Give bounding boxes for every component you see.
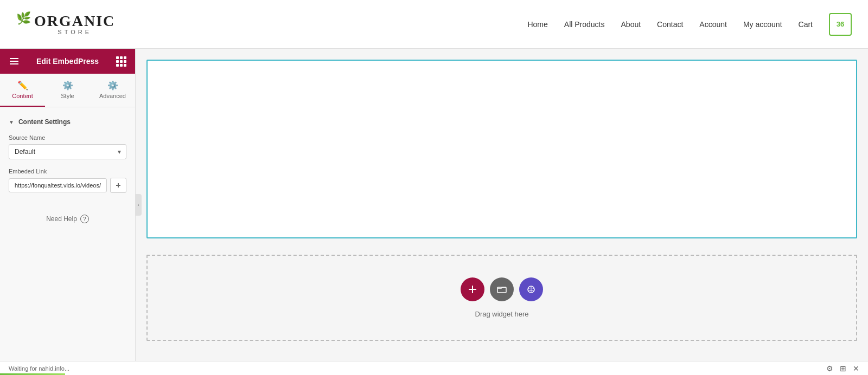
grid-apps-icon[interactable] [116,56,126,67]
add-widget-button[interactable] [461,277,484,301]
nav-my-account[interactable]: My account [743,20,782,29]
embedded-link-group: Embeded Link [0,164,135,197]
sidebar-header-right-icons [116,56,126,67]
style-tab-icon: ⚙️ [62,80,73,90]
embedded-link-label: Embeded Link [9,168,126,174]
tab-style-label: Style [61,93,74,99]
source-name-select-wrapper: Default ▼ [9,144,126,159]
nav-cart[interactable]: Cart [799,20,813,29]
menu-icon[interactable] [9,56,20,67]
clear-link-button[interactable] [110,178,126,193]
status-bar-right: ⚙ ⊞ ✕ [826,364,859,373]
need-help-section[interactable]: Need Help ? [0,204,135,234]
leaf-icon: 🌿 [16,11,31,25]
nav-contact[interactable]: Contact [657,20,683,29]
drag-widget-label: Drag widget here [475,310,529,318]
logo-area: 🌿 ORGANIC STORE [0,14,131,35]
top-bar: 🌿 ORGANIC STORE Home All Products About … [0,0,868,49]
svg-rect-6 [469,289,476,290]
tab-advanced-label: Advanced [99,93,126,99]
embed-container [146,60,857,238]
sidebar-header: Edit EmbedPress [0,49,135,74]
widget-icons-row [461,277,543,301]
status-text: Waiting for nahid.info... [9,365,826,372]
svg-rect-1 [10,61,18,62]
source-name-label: Source Name [9,134,126,141]
nav-account[interactable]: Account [699,20,727,29]
logo-sub: STORE [34,29,115,35]
sidebar-title: Edit EmbedPress [20,57,116,66]
widget-drop-zone: Drag widget here [146,255,857,341]
cart-button[interactable]: 36 [829,13,852,36]
expand-status-icon[interactable]: ⊞ [840,364,846,373]
logo-wrapper: 🌿 ORGANIC STORE [16,14,115,35]
logo-container: 🌿 ORGANIC STORE [16,14,115,35]
nav-about[interactable]: About [621,20,641,29]
content-tab-icon: ✏️ [17,80,28,90]
embedded-link-row [9,178,126,193]
section-title: Content Settings [18,118,71,126]
svg-rect-4 [118,183,119,188]
nav-all-products[interactable]: All Products [564,20,605,29]
nav-home[interactable]: Home [527,20,547,29]
status-bar: Waiting for nahid.info... ⚙ ⊞ ✕ [0,361,868,375]
content-settings-header[interactable]: ▼ Content Settings [0,114,135,130]
help-icon: ? [80,215,89,223]
sidebar: Edit EmbedPress ✏️ Content ⚙️ Style [0,49,136,361]
sidebar-tabs: ✏️ Content ⚙️ Style ⚙️ Advanced [0,74,135,107]
source-name-group: Source Name Default ▼ [0,130,135,164]
sidebar-header-left-icons [9,56,20,67]
logo-name: ORGANIC [34,14,115,29]
main-nav: Home All Products About Contact Account … [527,13,868,36]
svg-rect-0 [10,58,18,59]
folder-widget-button[interactable] [490,277,514,301]
content-settings-panel: ▼ Content Settings Source Name Default ▼ [0,107,135,204]
tab-style[interactable]: ⚙️ Style [45,74,90,107]
embedded-link-input[interactable] [9,178,107,192]
sidebar-collapse-handle[interactable]: ‹ [135,194,142,216]
source-name-select[interactable]: Default [9,144,126,159]
close-status-icon[interactable]: ✕ [853,364,859,373]
tab-content[interactable]: ✏️ Content [0,74,45,107]
main-layout: Edit EmbedPress ✏️ Content ⚙️ Style [0,49,868,361]
svg-rect-2 [10,63,18,64]
settings-status-icon[interactable]: ⚙ [826,364,833,373]
tab-advanced[interactable]: ⚙️ Advanced [90,74,135,107]
sidebar-scroll: ▼ Content Settings Source Name Default ▼ [0,107,135,361]
need-help-label: Need Help [46,215,77,223]
tab-content-label: Content [12,93,33,99]
section-chevron: ▼ [9,119,14,125]
embed-widget-button[interactable] [519,277,543,301]
advanced-tab-icon: ⚙️ [107,80,118,90]
content-area: Drag widget here [136,49,868,361]
logo-text-block: ORGANIC STORE [34,14,115,35]
